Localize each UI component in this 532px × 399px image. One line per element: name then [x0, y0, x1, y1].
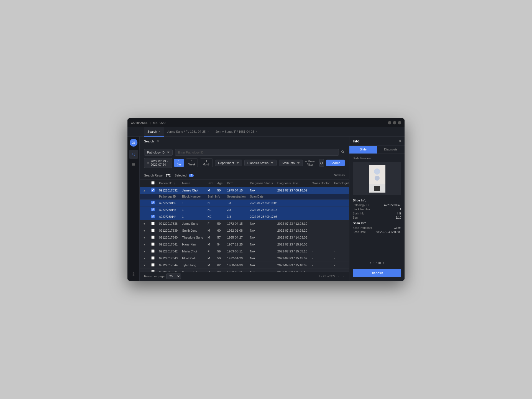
row-checkbox[interactable]: [151, 249, 155, 253]
expand-button[interactable]: ▼: [142, 264, 147, 267]
period-1week-button[interactable]: 1 Week: [186, 158, 198, 167]
rows-per-page-select[interactable]: 2550100: [166, 273, 181, 279]
expand-button[interactable]: ▼: [142, 257, 147, 260]
view-as-button[interactable]: View as: [334, 173, 345, 177]
sub-table-row[interactable]: A2207230143 1 HE 2/3 2022-07-23 / 09:16:…: [140, 206, 349, 213]
pathology-id-dropdown[interactable]: Pathology ID: [144, 149, 173, 156]
maximize-button[interactable]: □: [393, 121, 396, 124]
info-panel-close-button[interactable]: ×: [399, 139, 401, 143]
collapse-button[interactable]: ▲: [142, 189, 147, 192]
sub-row-checkbox[interactable]: [151, 215, 155, 218]
next-page-button[interactable]: ›: [341, 274, 345, 278]
th-diagnosis-date[interactable]: Diagnosis Date: [275, 180, 310, 187]
data-table: Patient ID ↕ Name Sex Age Birth Diagnosi…: [140, 180, 349, 272]
sub-table-row[interactable]: A2207230142 1 HE 1/3 2022-07-23 / 09:16:…: [140, 200, 349, 206]
table-row[interactable]: ▼ 09122017838Jenny SungF591972-04-15 N/A…: [140, 220, 349, 227]
row-checkbox[interactable]: [151, 222, 155, 225]
gross-doctor-cell: -: [310, 187, 332, 194]
tab-patient2-close[interactable]: ×: [256, 130, 257, 133]
tab-patient1-close[interactable]: ×: [207, 130, 209, 133]
tab-patient1[interactable]: Jenny Sung / F / 1981-04-25 ×: [164, 127, 212, 137]
row-checkbox[interactable]: [151, 242, 155, 246]
search-bar-close[interactable]: ×: [157, 139, 159, 143]
minimize-button[interactable]: −: [388, 121, 391, 124]
svg-point-0: [132, 153, 134, 155]
results-count: 372: [166, 174, 171, 177]
reset-button[interactable]: [319, 159, 324, 167]
row-checkbox[interactable]: [151, 236, 155, 239]
row-checkbox[interactable]: [151, 188, 155, 192]
tab-search-label: Search: [147, 130, 157, 133]
table-row[interactable]: ▼ 09122017842Maria ChoiF591963-08-11 N/A…: [140, 248, 349, 255]
sub-row-checkbox[interactable]: [151, 208, 155, 211]
app-name: CURIOSIS: [131, 121, 148, 124]
period-1day-button[interactable]: 1 Day: [174, 159, 184, 167]
expand-button[interactable]: ▼: [142, 243, 147, 246]
th-diagnosis-status[interactable]: Diagnosis Status: [248, 180, 275, 187]
table-row[interactable]: ▼ 09122017841Harry KimM541967-11-25 N/A2…: [140, 241, 349, 248]
expand-button[interactable]: ▼: [142, 222, 147, 225]
avatar: JS: [130, 139, 137, 147]
row-checkbox[interactable]: [151, 263, 155, 267]
row-checkbox[interactable]: [151, 229, 155, 232]
sidebar-search-icon[interactable]: [129, 150, 138, 159]
info-next-button[interactable]: ›: [383, 261, 384, 265]
diagnosis-status-dropdown[interactable]: Dianosis Status: [244, 160, 277, 166]
svg-rect-4: [132, 165, 135, 166]
close-button[interactable]: ×: [398, 121, 401, 124]
table-row[interactable]: ▼ 09122017840Theodore SungM571965-04-27 …: [140, 234, 349, 241]
th-sex[interactable]: Sex: [205, 180, 215, 187]
more-filter-button[interactable]: + More Filter: [305, 160, 315, 166]
tab-slide[interactable]: Slide: [349, 146, 377, 154]
info-panel-tabs: Slide Diagnosis: [349, 146, 405, 154]
expand-button[interactable]: ▼: [142, 250, 147, 253]
info-block-number-label: Block Number: [353, 208, 370, 211]
info-prev-button[interactable]: ‹: [370, 261, 371, 265]
sub-seq: 1/3: [225, 200, 248, 206]
row-checkbox[interactable]: [151, 256, 155, 260]
info-scan-performer-value: Guest: [394, 226, 401, 229]
period-1month-button[interactable]: 1 Month: [200, 158, 213, 167]
title-bar-left: CURIOSIS | MSP 320: [131, 121, 165, 124]
filter-row2: 2022.07.23 - 2022.07.24 1 Day 1 Week 1 M…: [144, 158, 345, 168]
tab-search-close[interactable]: ×: [159, 130, 160, 133]
pathology-id-input[interactable]: [175, 149, 339, 156]
table-header: Patient ID ↕ Name Sex Age Birth Diagnosi…: [140, 180, 349, 187]
search-button[interactable]: Search: [326, 160, 345, 166]
th-age[interactable]: Age: [215, 180, 225, 187]
sub-pathology-id: A2207230142: [157, 200, 180, 206]
svg-point-5: [133, 273, 134, 275]
th-pathologist[interactable]: Pathologist: [332, 180, 349, 187]
tab-search[interactable]: Search ×: [144, 127, 164, 137]
diagnosis-button[interactable]: Dianosis: [353, 269, 401, 277]
sidebar: JS: [127, 137, 140, 281]
sub-table-row[interactable]: A2207230144 1 HE 3/3 2022-07-23 / 09:17:…: [140, 213, 349, 220]
select-all-checkbox[interactable]: [151, 181, 155, 185]
slide-image-inner: [369, 165, 385, 193]
department-dropdown[interactable]: Department: [215, 160, 242, 166]
table-row[interactable]: ▼ 09122017844Tyler JungM621960-01-30 N/A…: [140, 262, 349, 269]
table-row[interactable]: ▼ 09122017839Smith JungM601962-01-08 N/A…: [140, 227, 349, 234]
sidebar-list-icon[interactable]: [129, 160, 138, 169]
prev-page-button[interactable]: ‹: [337, 274, 340, 278]
th-patient-id[interactable]: Patient ID ↕: [157, 180, 180, 187]
stain-info-dropdown[interactable]: Stain Info: [279, 160, 303, 166]
table-row[interactable]: ▲ 09122017832 James Choi M 50 1979-04-15…: [140, 187, 349, 194]
pathologist-cell: -: [332, 187, 349, 194]
th-birth[interactable]: Birth: [225, 180, 248, 187]
table-row[interactable]: ▼ 09122017843Elliot ParkM501972-04-20 N/…: [140, 255, 349, 262]
sub-stain: HE: [205, 206, 225, 213]
table-row[interactable]: ▼ 09122017845Brown ParkM621963-08-11 N/A…: [140, 269, 349, 272]
sub-row-checkbox[interactable]: [151, 201, 155, 204]
expand-button[interactable]: ▼: [142, 229, 147, 232]
expand-button[interactable]: ▼: [142, 236, 147, 239]
age-cell: 50: [215, 187, 225, 194]
th-name[interactable]: Name: [180, 180, 205, 187]
info-panel-header: Info ×: [349, 137, 405, 146]
pathology-search-icon-button[interactable]: [341, 150, 345, 155]
sidebar-settings-icon[interactable]: [129, 270, 138, 278]
tab-patient2[interactable]: Jenny Sung / F / 1981-04-25 ×: [212, 127, 261, 137]
tab-diagnosis[interactable]: Diagnosis: [377, 146, 405, 154]
th-gross-doctor[interactable]: Gross Doctor: [310, 180, 332, 187]
scan-period-picker[interactable]: 2022.07.23 - 2022.07.24: [144, 158, 172, 168]
